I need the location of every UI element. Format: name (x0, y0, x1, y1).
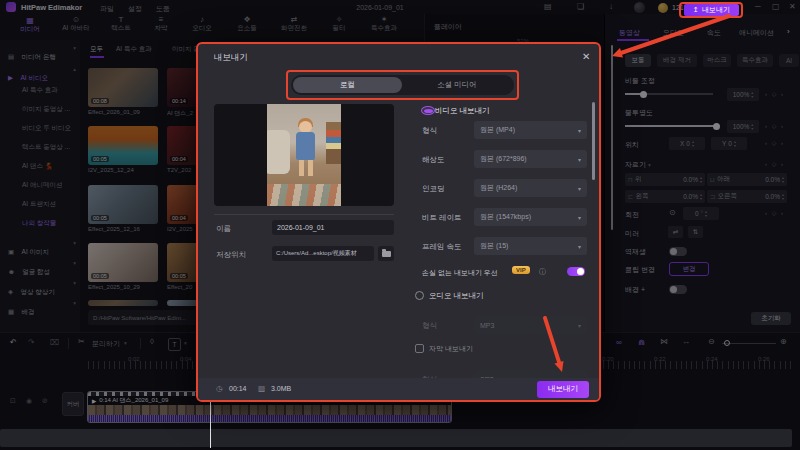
annotation-arrow-line (545, 318, 559, 362)
annotation-arrowhead (555, 361, 564, 372)
annotation-arrowhead (612, 48, 623, 58)
annotation-arrow-line (621, 16, 729, 53)
annotation-export-button-box (679, 2, 743, 18)
annotation-arrows (0, 0, 800, 450)
app-window: HitPaw Edimakor 파일 설정 도움 2026-01-09_01 ▤… (0, 0, 800, 450)
